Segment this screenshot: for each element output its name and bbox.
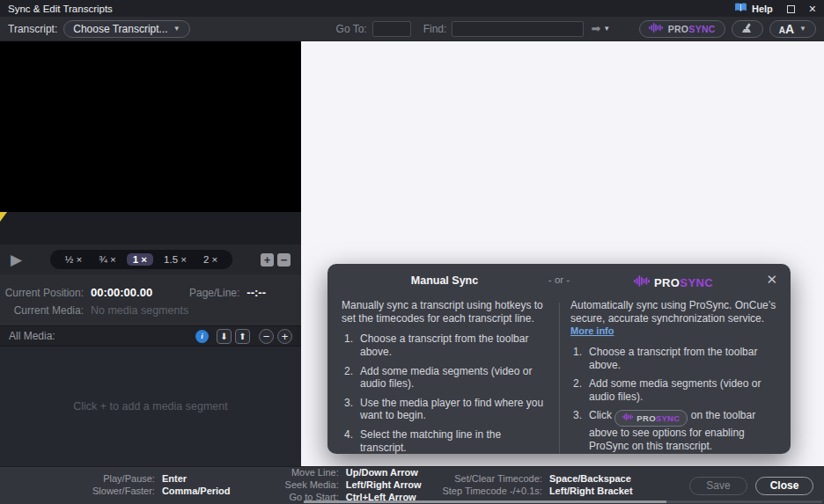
shortcut-value: Up/Down Arrow	[346, 467, 422, 479]
font-large-a: A	[785, 22, 794, 36]
prosync-sync-text: SYNC	[688, 24, 715, 34]
font-size-button[interactable]: AA ▼	[769, 20, 816, 38]
toolbar: Transcript: Choose Transcript... ▼ Go To…	[0, 17, 824, 41]
page-line-value: --:--	[246, 286, 266, 299]
speed-normal[interactable]: 1 ×	[127, 253, 153, 266]
manual-step: Add some media segments (video or audio …	[342, 365, 548, 391]
chevron-down-icon: ▼	[603, 25, 610, 33]
shortcut-value: Enter	[162, 473, 231, 486]
shortcut-label: Set/Clear Timecode:	[442, 473, 541, 486]
choose-transcript-dropdown[interactable]: Choose Transcript... ▼	[63, 20, 189, 38]
prosync-step: Click PROSYNC on the toolbar above to se…	[570, 409, 776, 452]
media-segment-list[interactable]: Click + to add a media segment	[0, 347, 301, 466]
or-divider-text: - or -	[548, 274, 570, 290]
move-up-button[interactable]: ⬆	[235, 329, 250, 344]
current-media-value: No media segments	[91, 304, 188, 317]
media-player-panel: ▶ ½ × ¾ × 1 × 1.5 × 2 × + − Current Posi…	[0, 41, 301, 466]
empty-media-hint: Click + to add a media segment	[73, 400, 227, 413]
manual-sync-column: Manually sync a transcript using hotkeys…	[342, 299, 548, 454]
zoom-out-button[interactable]: −	[277, 253, 291, 267]
footer-bar: Play/Pause: Enter Slower/Faster: Comma/P…	[0, 466, 824, 504]
edit-transcript-button[interactable]	[732, 20, 763, 38]
help-button[interactable]: Help	[734, 3, 773, 14]
dialog-close-icon[interactable]: ✕	[766, 273, 777, 286]
shortcut-label: Seek Media:	[285, 479, 339, 492]
prosync-step: Add some media segments (video or audio …	[570, 377, 776, 403]
shortcut-value: Left/Right Arrow	[346, 479, 422, 492]
shortcut-label: Slower/Faster:	[92, 486, 155, 498]
choose-transcript-label: Choose Transcript...	[73, 23, 167, 35]
prosync-pro-text: PRO	[668, 24, 689, 34]
arrow-right-icon: ➡	[591, 22, 600, 35]
speed-one-half[interactable]: 1.5 ×	[158, 253, 193, 266]
add-media-button[interactable]: +	[277, 329, 292, 344]
shortcut-value: Space/Backspace	[549, 473, 633, 486]
manual-sync-intro: Manually sync a transcript using hotkeys…	[342, 299, 548, 325]
find-input[interactable]	[452, 21, 584, 37]
goto-input[interactable]	[372, 21, 411, 37]
shortcuts-column-2: Move Line: Up/Down Arrow Seek Media: Lef…	[285, 467, 422, 503]
title-bar: Sync & Edit Transcripts Help ×	[0, 0, 824, 17]
playhead-marker-icon[interactable]	[0, 212, 7, 222]
shortcut-value: Comma/Period	[162, 486, 231, 498]
all-media-label: All Media:	[9, 330, 55, 342]
highlighter-pen-icon	[740, 22, 754, 36]
goto-label: Go To:	[336, 23, 367, 35]
close-window-icon[interactable]: ×	[809, 3, 816, 15]
waveform-icon	[649, 22, 663, 36]
close-button[interactable]: Close	[755, 477, 813, 495]
shortcuts-column-1: Play/Pause: Enter Slower/Faster: Comma/P…	[92, 473, 231, 498]
speed-double[interactable]: 2 ×	[197, 253, 224, 266]
play-button[interactable]: ▶	[11, 252, 22, 267]
prosync-logo-sync: SYNC	[680, 276, 713, 289]
horizontal-scrollbar[interactable]	[304, 500, 822, 503]
prosync-logo: PROSYNC	[570, 274, 776, 290]
speed-selector: ½ × ¾ × 1 × 1.5 × 2 ×	[50, 250, 233, 269]
window-title: Sync & Edit Transcripts	[8, 4, 113, 14]
media-timeline[interactable]	[0, 212, 301, 245]
prosync-step: Choose a transcript from the toolbar abo…	[570, 346, 776, 371]
zoom-in-button[interactable]: +	[261, 253, 274, 267]
info-icon[interactable]: i	[195, 330, 209, 343]
current-position-label: Current Position:	[0, 287, 84, 299]
shortcut-label: Play/Pause:	[92, 473, 155, 486]
speed-three-quarter[interactable]: ¾ ×	[92, 253, 122, 266]
help-book-icon	[734, 3, 747, 14]
current-media-label: Current Media:	[0, 304, 84, 317]
speed-half[interactable]: ½ ×	[59, 253, 89, 266]
maximize-icon[interactable]	[787, 5, 795, 13]
help-label: Help	[752, 4, 773, 14]
save-button[interactable]: Save	[689, 477, 747, 495]
prosync-button[interactable]: PROSYNC	[639, 20, 725, 38]
chevron-down-icon: ▼	[173, 25, 180, 33]
waveform-icon	[634, 274, 650, 290]
video-display	[0, 41, 301, 212]
prosync-intro: Automatically sync using ProSync. OnCue’…	[570, 299, 776, 338]
chevron-down-icon: ▼	[799, 25, 806, 33]
prosync-logo-pro: PRO	[654, 276, 680, 289]
shortcut-label: Move Line:	[285, 467, 339, 479]
waveform-icon	[622, 412, 633, 425]
more-info-link[interactable]: More info	[570, 325, 614, 336]
prosync-chip-button: PROSYNC	[614, 410, 688, 427]
scrollbar-thumb[interactable]	[304, 500, 666, 503]
dialog-body: Manually sync a transcript using hotkeys…	[327, 290, 791, 454]
prosync-column: Automatically sync using ProSync. OnCue’…	[570, 299, 776, 454]
remove-media-button[interactable]: −	[259, 329, 274, 344]
shortcuts-column-3: Set/Clear Timecode: Space/Backspace Step…	[442, 473, 632, 498]
manual-step: Select the matching line in the transcri…	[342, 428, 548, 454]
current-position-value: 00:00:00.00	[91, 286, 152, 299]
shortcut-value: Left/Right Bracket	[549, 486, 633, 498]
manual-step: Use the media player to find where you w…	[342, 397, 548, 422]
shortcut-label: Step Timecode -/+0.1s:	[442, 486, 541, 498]
playback-controls: ▶ ½ × ¾ × 1 × 1.5 × 2 × + −	[0, 245, 301, 274]
dialog-column-divider	[559, 303, 560, 454]
move-down-button[interactable]: ⬇	[217, 329, 232, 344]
position-info: Current Position: 00:00:00.00 Page/Line:…	[0, 274, 301, 325]
manual-step: Choose a transcript from the toolbar abo…	[342, 332, 548, 358]
find-go-button[interactable]: ➡ ▼	[591, 22, 610, 35]
transcript-label: Transcript:	[8, 23, 57, 35]
manual-sync-title: Manual Sync	[342, 274, 548, 290]
all-media-bar: All Media: i ⬇ ⬆ − +	[0, 325, 301, 347]
find-label: Find:	[423, 23, 447, 35]
